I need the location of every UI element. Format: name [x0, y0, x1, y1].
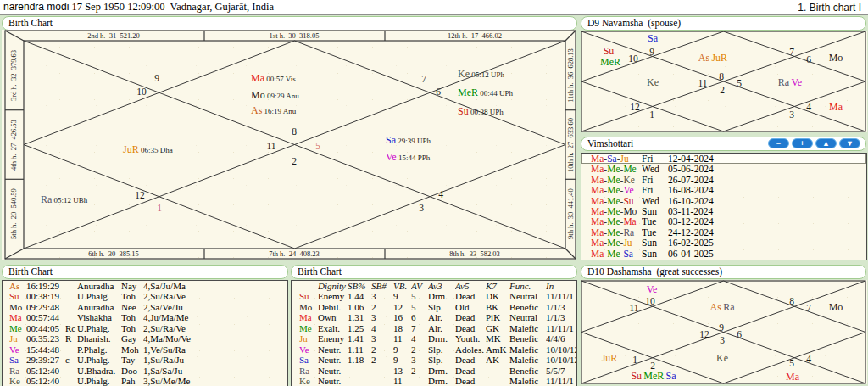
planet-abbr: Ve: [647, 283, 658, 295]
up-button[interactable]: ▲: [815, 138, 837, 148]
dasha-row[interactable]: Ma-Me-MeWed05-06-2024: [581, 164, 866, 174]
planet-abbr: Ra: [299, 366, 318, 376]
nakshatra: U.Bhadra.: [77, 366, 121, 376]
house-number: 11: [629, 303, 638, 313]
house-strip-label: 2nd h. 31 521.20: [87, 31, 140, 40]
dasha-row[interactable]: Ma-Me-MaTue03-12-2024: [581, 216, 866, 227]
planet-abbr: Mo: [251, 89, 265, 101]
planet-abbr: Ma: [251, 72, 264, 84]
table-cell: 5: [411, 302, 428, 312]
table-cell: 10/10/12: [546, 344, 576, 355]
house-strip-label: 12th h. 17 466.02: [448, 31, 502, 40]
nakshatra: Anuradha: [77, 302, 121, 312]
dasha-date: 12-04-2024: [668, 154, 866, 164]
planet-label: Ra Ve: [778, 77, 802, 88]
table-row: Su00:38:19U.Phalg.Toh2,Su/Ra/Ve: [3, 291, 287, 301]
planet-abbr: Sa: [648, 32, 658, 44]
table-row: VeNeutr.1.11292Slp.Adoles.AmKMalefic10/1…: [292, 344, 576, 355]
planet-abbr: Ke: [647, 76, 659, 88]
planet-abbr: Ma: [9, 312, 26, 322]
plus-button[interactable]: +: [792, 138, 813, 148]
dasha-date: 06-04-2025: [668, 249, 866, 259]
planet-abbr: Ke: [9, 376, 26, 386]
jhora-window: narendra modi 17 Sep 1950 12:09:00 Vadna…: [0, 0, 868, 386]
table-cell: Alr.: [428, 323, 455, 333]
motion-flag: [65, 312, 77, 322]
house-number: 8: [719, 71, 724, 81]
table-cell: 10/10/12: [546, 355, 576, 365]
table-cell: Neutral: [509, 291, 546, 301]
planet-abbr: Ma: [591, 154, 604, 164]
planet-abbr: Su: [458, 105, 469, 117]
native-name: narendra modi: [3, 1, 69, 13]
planet-label: Sa: [648, 33, 658, 43]
house-number: 5: [315, 141, 320, 151]
planet-abbr: JuR: [123, 143, 139, 155]
house-number: 10: [645, 296, 655, 306]
house-number: 4: [806, 102, 811, 112]
dasha-row[interactable]: Ma-Me-MoSun03-11-2024: [581, 206, 866, 216]
dasha-weekday: Wed: [642, 164, 668, 174]
column-header: AV: [411, 281, 428, 291]
dasha-row[interactable]: Ma-Me-JuSun16-02-2025: [581, 238, 866, 248]
dasha-row[interactable]: Ma-Sa-JuFri12-04-2024: [581, 154, 866, 164]
table-cell: Drm.: [428, 291, 455, 301]
table-cell: 1.25: [348, 323, 371, 333]
dasha-row[interactable]: Ma-Me-KeFri26-07-2024: [581, 175, 866, 185]
dasha-date: 16-08-2024: [668, 185, 866, 195]
dasha-row[interactable]: Ma-Me-SuWed16-10-2024: [581, 196, 866, 206]
planet-abbr: Mo: [829, 301, 843, 313]
down-button[interactable]: ▼: [839, 138, 860, 148]
d9-navamsha-chart[interactable]: 910768115212143SaSuMeRAs JuRMoKeRa VeMa: [581, 31, 867, 132]
planet-abbr: Ma: [591, 238, 604, 248]
dasha-combo: Ma-Me-Ra: [591, 227, 642, 238]
table-cell: 9: [393, 291, 411, 301]
d10-dashamsha-chart[interactable]: 101187912631254VeAs RaMoJuRKeSu MeR SaMa: [581, 280, 867, 384]
table-cell: 3: [411, 355, 428, 365]
house-strip-label: 1st h. 30 318.05: [270, 31, 320, 40]
house-number: 6: [436, 87, 441, 97]
syllable: Tay: [121, 355, 143, 365]
table-cell: 4/4/6: [546, 333, 576, 344]
house-number: 1: [649, 109, 654, 120]
planet-label: Ve 15:44 PPh: [386, 152, 430, 163]
pada-lords: 4,Sa/Ju/Ma: [143, 281, 287, 291]
planet-abbr: Ju: [623, 238, 632, 248]
minus-button[interactable]: −: [768, 138, 789, 148]
table-cell: 11/11/1: [546, 376, 576, 386]
table-row: KeNeutr.11Drm.DeadMalefic11/11/1: [292, 376, 576, 386]
nakshatra: U.Phalg.: [77, 291, 121, 301]
house-number: 12: [135, 190, 145, 200]
house-number: 4: [806, 354, 811, 364]
dasha-weekday: Tue: [642, 227, 668, 238]
house-number: 12: [630, 102, 640, 112]
table-cell: Own: [318, 312, 348, 322]
planet-label: Ma: [786, 372, 799, 382]
pada-lords: 1,Su/Ra/Ju: [143, 355, 287, 365]
table-cell: 7: [411, 323, 428, 333]
planet-abbr: Me: [623, 164, 636, 174]
table-cell: 11/11/1: [546, 323, 576, 333]
dasha-row[interactable]: Ma-Me-SaSun06-04-2025: [581, 249, 866, 259]
rasi-chart[interactable]: 2nd h. 31 521.20 1st h. 30 318.05 12th h…: [2, 30, 576, 260]
degree-text: 05:12 UPh: [470, 70, 504, 79]
dasha-combo: Ma-Me-Su: [591, 196, 642, 206]
longitude-time: 06:35:23: [26, 333, 65, 344]
table-cell: Alr.: [428, 312, 455, 322]
planet-positions-table: As16:19:29AnuradhaNay4,Sa/Ju/MaSu00:38:1…: [2, 280, 288, 386]
dasha-row[interactable]: Ma-Me-VeFri16-08-2024: [581, 185, 866, 195]
planet-abbr: Sa: [666, 370, 676, 382]
planet-abbr: Mo: [829, 52, 843, 64]
longitude-time: 16:19:29: [26, 281, 65, 291]
table-cell: Dead: [455, 366, 486, 376]
pada-lords: 2,Sa/Ve/Ju: [143, 302, 287, 312]
table-cell: 11: [393, 333, 411, 344]
planet-abbr: Me: [607, 206, 620, 216]
dasha-row[interactable]: Ma-Me-RaTue24-12-2024: [581, 227, 866, 238]
table-cell: Drm.: [428, 376, 455, 386]
degree-text: 05:12 UBh: [52, 196, 87, 204]
motion-flag: R: [65, 333, 77, 344]
house-number: 9: [154, 73, 159, 83]
planet-abbr: As: [9, 281, 26, 291]
dasha-weekday: Sun: [642, 249, 668, 259]
